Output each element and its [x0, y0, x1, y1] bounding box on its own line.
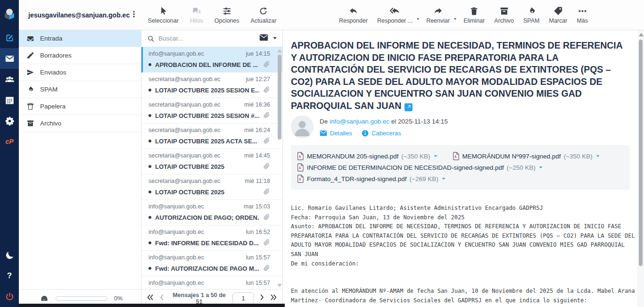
delete-button[interactable]: Eliminar [459, 6, 489, 24]
message-list-item[interactable]: info@sanjuan.gob.ec lun 15:57 [141, 276, 282, 289]
dark-mode-button[interactable] [0, 245, 19, 266]
options-button[interactable]: Opciones [210, 6, 244, 24]
message-list-item[interactable]: info@sanjuan.gob.ec jue 14:15 APROBACION… [141, 47, 282, 73]
list-scrollbar[interactable] [277, 48, 282, 288]
prev-page-button[interactable] [158, 293, 166, 303]
content-scrollbar[interactable] [637, 30, 644, 307]
chevron-right-icon [258, 293, 266, 301]
next-page-button[interactable] [258, 293, 266, 303]
scrollbar-thumb[interactable] [278, 55, 281, 140]
message-subject: LOTAIP OCTUBRE 2025 ACTA SE... [155, 138, 259, 145]
logout-button[interactable] [0, 286, 19, 307]
paperclip-icon [263, 188, 270, 196]
folder-papelera[interactable]: Papelera [19, 98, 141, 115]
folder-spam[interactable]: SPAM [19, 81, 141, 98]
select-button[interactable]: Seleccionar [144, 6, 183, 24]
webmail-app: cP ? jesusgavilanes@sanjuan.gob.ec [0, 0, 644, 307]
message-list-item[interactable]: info@sanjuan.gob.ec lun 15:57 Fwd: AUTOR… [141, 251, 282, 276]
reply-button[interactable]: Responder [335, 6, 372, 24]
archive-icon [499, 6, 509, 16]
open-in-new-window-button[interactable] [405, 103, 413, 111]
attachment-name: MEMORÁNDUM Nº997-signed.pdf [462, 153, 561, 160]
message-list-item[interactable]: info@sanjuan.gob.ec mar 15:03 AUTORIZACI… [141, 200, 282, 225]
account-header: jesusgavilanes@sanjuan.gob.ec [19, 0, 141, 30]
attachment-item[interactable]: MEMORÁNDUM Nº997-signed.pdf (~350 KB) [452, 152, 600, 160]
sender-email-link[interactable]: info@sanjuan.gob.ec [330, 118, 389, 125]
rail-calendar-button[interactable] [0, 90, 19, 110]
folder-entrada[interactable]: Entrada [19, 30, 141, 47]
archive-button[interactable]: Archivo [490, 6, 518, 24]
rail-cpanel-button[interactable]: cP [0, 131, 19, 152]
headers-toggle[interactable]: Cabeceras [362, 130, 401, 137]
moon-icon [5, 250, 15, 260]
more-button[interactable]: Más [572, 6, 592, 24]
attachment-menu-caret[interactable] [433, 153, 438, 160]
message-subject: LOTAIP OCTUBRE 2025 SESION E... [155, 87, 259, 94]
forward-menu-caret[interactable] [453, 15, 457, 23]
gear-icon [5, 116, 15, 126]
scroll-down-icon[interactable] [277, 284, 282, 287]
refresh-button[interactable]: Actualizar [247, 6, 281, 24]
attachment-name: INFORME DE DETERMINACION DE NECESIDAD-si… [307, 164, 504, 171]
help-button[interactable]: ? [0, 266, 19, 286]
rail-contacts-button[interactable] [0, 69, 19, 90]
search-scope-button[interactable] [259, 34, 268, 43]
reply-all-menu-caret[interactable] [416, 15, 420, 23]
external-link-icon [406, 105, 411, 110]
unread-dot-icon [149, 89, 151, 91]
chevron-left-icon [158, 293, 166, 301]
caret-down-icon [441, 176, 446, 181]
caret-down-icon [416, 17, 420, 21]
compose-icon [5, 33, 15, 43]
page-number-input[interactable] [232, 292, 254, 305]
message-view: APROBACION DEL INFORME DE NECESIDAD, TER… [283, 30, 644, 307]
message-list-item[interactable]: secretaria@sanjuan.gob.ec mié 11:18 LOTA… [141, 174, 282, 200]
send-icon [26, 68, 34, 76]
message-subject: Fwd: AUTORIZACION DE PAGO M... [155, 265, 259, 272]
attachment-menu-caret[interactable] [538, 164, 543, 171]
message-list-item[interactable]: secretaria@sanjuan.gob.ec mié 16:24 LOTA… [141, 124, 282, 149]
folder-archivo[interactable]: Archivo [19, 115, 141, 132]
scrollbar-thumb[interactable] [639, 40, 643, 266]
message-list-item[interactable]: secretaria@sanjuan.gob.ec jue 12:27 LOTA… [141, 73, 282, 98]
message-subject: LOTAIP OCTUBRE 2025 [155, 189, 259, 196]
rail-mail-button[interactable] [0, 48, 19, 69]
account-menu-button[interactable] [130, 10, 138, 20]
folder-enviados[interactable]: Enviados [19, 64, 141, 81]
attachment-size: (~350 KB) [401, 153, 430, 160]
forward-button[interactable]: Reenviar [422, 6, 454, 24]
unread-dot-icon [149, 191, 151, 193]
scroll-up-icon[interactable] [639, 33, 644, 36]
spam-button[interactable]: SPAM [519, 6, 544, 24]
search-options-caret[interactable] [272, 34, 278, 43]
first-page-button[interactable] [146, 293, 154, 303]
details-toggle[interactable]: Detalles [320, 130, 352, 137]
attachment-item[interactable]: Formato_4_TDR-signed-signed.pdf (~269 KB… [297, 174, 446, 183]
app-rail: cP ? [0, 0, 19, 307]
scroll-up-icon[interactable] [277, 49, 282, 52]
app-logo[interactable] [0, 0, 19, 27]
rail-settings-button[interactable] [0, 110, 19, 131]
message-list-item[interactable]: secretaria@sanjuan.gob.ec mié 14:45 LOTA… [141, 149, 282, 174]
mark-button[interactable]: Marcar [545, 6, 572, 24]
message-list-item[interactable]: info@sanjuan.gob.ec lun 16:52 Fwd: INFOR… [141, 225, 282, 251]
cursor-icon [158, 6, 168, 16]
folder-borradores[interactable]: Borradores [19, 47, 141, 64]
attachment-item[interactable]: MEMORANDUM 205-signed.pdf (~350 KB) [297, 152, 438, 160]
email-meta: De info@sanjuan.gob.ec el 2025-11-13 14:… [291, 116, 630, 138]
attachment-menu-caret[interactable] [441, 175, 446, 183]
attachment-size: (~269 KB) [410, 175, 438, 183]
message-subject: APROBACION DEL INFORME DE ... [155, 61, 259, 68]
reply-all-button[interactable]: Responder ... [373, 6, 417, 24]
search-input[interactable] [158, 35, 256, 42]
attachment-item[interactable]: INFORME DE DETERMINACION DE NECESIDAD-si… [297, 163, 543, 172]
threads-button[interactable]: Hilos [186, 6, 207, 24]
last-page-button[interactable] [270, 293, 278, 303]
flame-icon [527, 6, 537, 16]
message-date: mié 16:36 [244, 101, 270, 108]
compose-button[interactable] [0, 27, 19, 48]
message-list-item[interactable]: secretaria@sanjuan.gob.ec mié 16:36 LOTA… [141, 98, 282, 124]
attachment-menu-caret[interactable] [595, 153, 600, 160]
reply-icon [348, 6, 358, 16]
message-date: mié 14:45 [244, 152, 270, 159]
